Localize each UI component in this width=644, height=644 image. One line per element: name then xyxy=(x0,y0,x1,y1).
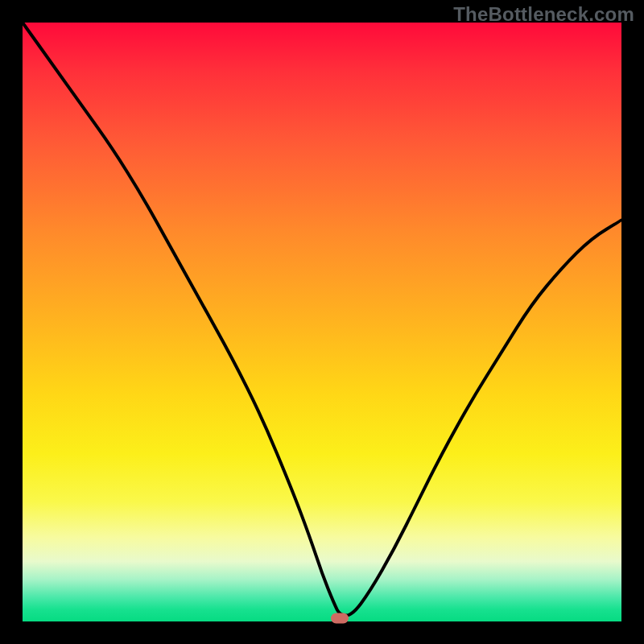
optimal-marker xyxy=(331,613,349,624)
bottleneck-curve xyxy=(23,23,621,621)
plot-area xyxy=(23,23,621,621)
chart-frame: TheBottleneck.com xyxy=(0,0,644,644)
watermark-label: TheBottleneck.com xyxy=(453,3,634,26)
curve-path xyxy=(23,23,621,616)
